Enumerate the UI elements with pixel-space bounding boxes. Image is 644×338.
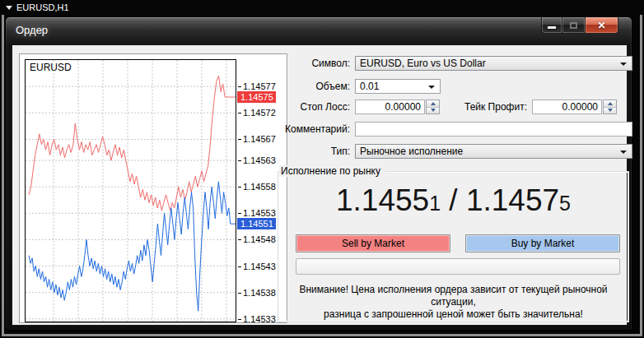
price-scale-label: 1.14548	[243, 234, 276, 244]
dropdown-arrow-icon	[620, 63, 627, 66]
chart-grid	[26, 60, 236, 322]
chart-window-title: EURUSD,H1	[16, 2, 69, 12]
arrow-down-icon	[608, 109, 613, 112]
buy-by-market-button[interactable]: Buy by Market	[465, 234, 620, 252]
order-dialog: Ордер ✕ EURUSD 1.145771.145751.145721.14…	[5, 16, 632, 331]
take-profit-value: 0.00000	[562, 101, 598, 113]
chart-window-titlebar: EURUSD,H1	[0, 0, 644, 15]
warning-line-1: Внимание! Цена исполнения ордера зависит…	[278, 284, 628, 308]
dropdown-arrow-icon	[620, 150, 627, 154]
arrow-down-icon	[431, 109, 436, 112]
volume-value: 0.01	[360, 81, 379, 92]
ask-tick-line	[29, 76, 236, 211]
sell-by-market-button[interactable]: Sell by Market	[296, 234, 450, 252]
dialog-client-area: EURUSD 1.145771.145751.145721.145671.145…	[12, 45, 627, 325]
close-icon: ✕	[597, 21, 605, 30]
arrow-up-icon	[608, 102, 613, 105]
minimize-icon	[548, 26, 556, 29]
take-profit-input[interactable]: 0.00000	[532, 100, 602, 114]
stop-loss-label: Стоп Лосс:	[259, 101, 350, 113]
maximize-icon	[570, 22, 577, 29]
type-label: Тип:	[259, 146, 350, 157]
bid-price-tag: 1.14551	[237, 218, 276, 229]
bid-price-pipette: 1	[429, 192, 441, 215]
maximize-button	[562, 17, 585, 34]
tick-chart-panel: EURUSD 1.145771.145751.145721.145671.145…	[19, 53, 287, 323]
ask-price-pipette: 5	[559, 192, 571, 215]
stop-loss-input[interactable]: 0.00000	[355, 100, 425, 114]
price-scale-label: 1.14543	[243, 262, 276, 271]
take-profit-down-button[interactable]	[604, 107, 616, 114]
symbol-select[interactable]: EURUSD, Euro vs US Dollar	[355, 56, 632, 71]
chart-symbol-label: EURUSD	[30, 62, 72, 73]
dialog-title: Ордер	[16, 24, 48, 36]
take-profit-spinner	[603, 100, 617, 114]
market-execution-group-label: Исполнение по рынку	[279, 165, 385, 177]
price-scale-label: 1.14558	[243, 182, 276, 192]
close-button[interactable]: ✕	[585, 17, 618, 34]
volume-select[interactable]: 0.01	[355, 79, 441, 94]
take-profit-up-button[interactable]	[604, 100, 616, 107]
market-execution-group: Исполнение по рынку 1.14551 / 1.14575 Se…	[278, 171, 629, 322]
type-select[interactable]: Рыночное исполнение	[355, 144, 632, 159]
ask-price: 1.1457	[466, 183, 559, 217]
bid-tick-line	[29, 182, 236, 311]
stop-loss-value: 0.00000	[385, 101, 421, 113]
execution-warning: Внимание! Цена исполнения ордера зависит…	[278, 284, 628, 321]
volume-label: Объем:	[259, 81, 350, 92]
price-scale-label: 1.14567	[243, 134, 276, 144]
price-separator: /	[441, 183, 466, 217]
price-scale-label: 1.14533	[243, 314, 276, 324]
tick-chart-plot	[25, 59, 236, 322]
symbol-label: Символ:	[259, 58, 350, 69]
warning-line-2: разница с запрошенной ценой может быть з…	[278, 308, 628, 321]
dropdown-arrow-icon	[428, 86, 435, 89]
execution-status-bar	[296, 258, 620, 275]
chevron-down-icon[interactable]	[6, 6, 12, 10]
bid-price: 1.1455	[336, 183, 429, 217]
minimize-button[interactable]	[541, 17, 562, 34]
arrow-up-icon	[431, 102, 436, 105]
symbol-value: EURUSD, Euro vs US Dollar	[360, 58, 486, 69]
price-scale-label: 1.14553	[243, 208, 276, 218]
take-profit-label: Тейк Профит:	[436, 101, 527, 113]
market-price-display: 1.14551 / 1.14575	[278, 183, 628, 218]
tick-chart-canvas	[26, 60, 236, 322]
type-value: Рыночное исполнение	[360, 146, 463, 157]
caption-buttons: ✕	[541, 17, 618, 34]
comment-input[interactable]	[355, 122, 632, 137]
comment-label: Комментарий:	[259, 123, 350, 135]
price-scale-label: 1.14538	[243, 288, 276, 298]
